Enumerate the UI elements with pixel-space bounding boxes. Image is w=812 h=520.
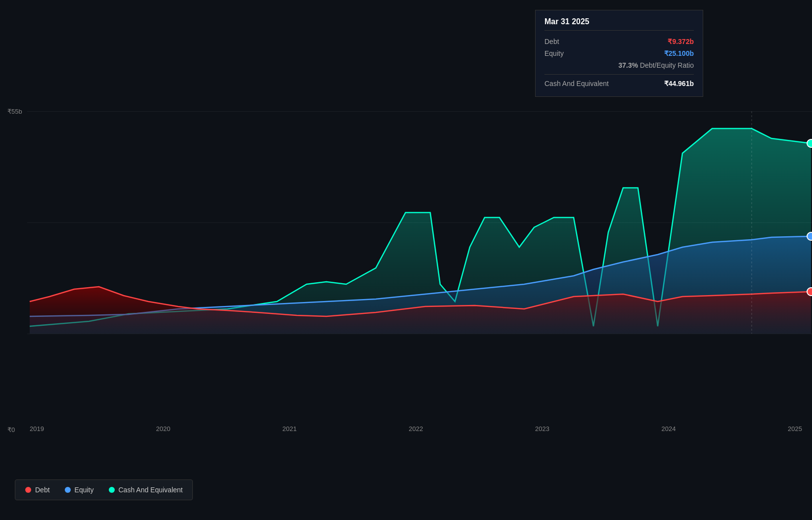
legend-debt[interactable]: Debt: [25, 486, 50, 494]
cash-endpoint: [807, 139, 812, 147]
x-label-2019: 2019: [30, 425, 44, 433]
x-label-2024: 2024: [662, 425, 676, 433]
chart-container: ₹55b ₹0: [0, 0, 812, 520]
equity-dot: [65, 487, 71, 493]
legend-debt-label: Debt: [35, 486, 50, 494]
x-label-2022: 2022: [409, 425, 423, 433]
tooltip-cash-label: Cash And Equivalent: [544, 80, 609, 87]
x-axis-labels: 2019 2020 2021 2022 2023 2024 2025: [30, 425, 802, 433]
tooltip-ratio-row: 37.3% Debt/Equity Ratio: [544, 59, 694, 71]
chart-legend: Debt Equity Cash And Equivalent: [15, 479, 193, 500]
tooltip-ratio: 37.3% Debt/Equity Ratio: [618, 61, 694, 69]
tooltip-cash-value: ₹44.961b: [664, 80, 694, 87]
legend-equity-label: Equity: [75, 486, 94, 494]
debt-endpoint: [807, 288, 812, 296]
legend-equity[interactable]: Equity: [65, 486, 94, 494]
x-label-2025: 2025: [788, 425, 802, 433]
debt-dot: [25, 487, 31, 493]
equity-endpoint: [807, 232, 812, 240]
tooltip-cash-row: Cash And Equivalent ₹44.961b: [544, 78, 694, 89]
tooltip-debt-value: ₹9.372b: [668, 38, 694, 45]
x-label-2023: 2023: [535, 425, 549, 433]
tooltip-equity-label: Equity: [544, 49, 564, 57]
legend-cash[interactable]: Cash And Equivalent: [109, 486, 183, 494]
tooltip-ratio-label: Debt/Equity Ratio: [640, 61, 694, 69]
x-label-2020: 2020: [156, 425, 171, 433]
legend-cash-label: Cash And Equivalent: [119, 486, 183, 494]
x-label-2021: 2021: [282, 425, 297, 433]
tooltip-equity-value: ₹25.100b: [664, 49, 694, 57]
cash-dot: [109, 487, 115, 493]
tooltip-equity-row: Equity ₹25.100b: [544, 47, 694, 59]
tooltip-divider: [544, 74, 694, 75]
tooltip-debt-row: Debt ₹9.372b: [544, 36, 694, 47]
tooltip-box: Mar 31 2025 Debt ₹9.372b Equity ₹25.100b…: [535, 10, 703, 97]
tooltip-date: Mar 31 2025: [544, 17, 694, 31]
tooltip-debt-label: Debt: [544, 38, 559, 45]
